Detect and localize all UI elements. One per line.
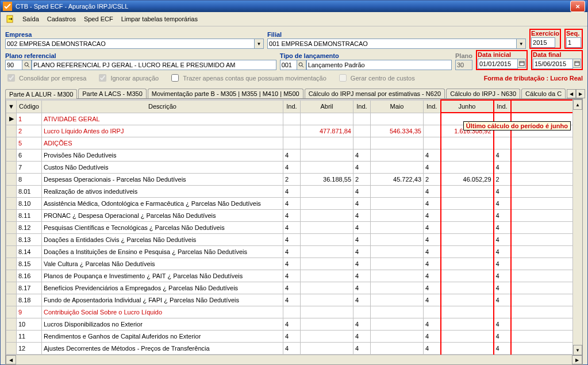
cell-descricao[interactable]: Planos de Poupança e Investimento ¿ PAIT… [42, 270, 283, 282]
checkbox-trazer[interactable]: Trazer apenas contas que possuam movimen… [169, 72, 326, 83]
table-row[interactable]: 8.10Assistência Médica, Odontológica e F… [6, 198, 582, 210]
table-row[interactable]: 10Lucros Disponibilizados no Exterior444… [6, 318, 582, 331]
cell-maio[interactable] [371, 258, 424, 270]
cell-junho[interactable] [441, 294, 494, 306]
cell-ind2[interactable]: 4 [353, 246, 371, 258]
cell-junho[interactable] [441, 149, 494, 162]
cell-descricao[interactable]: Vale Cultura ¿ Parcelas Não Dedutíveis [42, 258, 283, 270]
cell-descricao[interactable]: Assistência Médica, Odontológica e Farma… [42, 198, 283, 210]
cell-ind2[interactable]: 4 [353, 258, 371, 270]
cell-ind3[interactable]: 4 [424, 149, 441, 162]
cell-descricao[interactable]: Benefícios Previdenciários a Empregados … [42, 282, 283, 294]
cell-maio[interactable] [371, 343, 424, 355]
cell-ind4[interactable]: 4 [494, 343, 511, 355]
table-row[interactable]: 8.14Doações a Instituições de Ensino e P… [6, 246, 582, 258]
cell-ind3[interactable]: 4 [424, 318, 441, 331]
cell-junho[interactable] [441, 282, 494, 294]
cell-ind1[interactable]: 4 [283, 222, 301, 234]
cell-codigo[interactable]: 2 [17, 125, 42, 137]
col-descricao[interactable]: Descrição [42, 100, 283, 113]
planoref-desc-input[interactable] [32, 60, 276, 70]
cell-junho[interactable] [441, 234, 494, 246]
cell-ind2[interactable]: 4 [353, 210, 371, 222]
col-rowselector[interactable]: ▼ [6, 100, 17, 113]
cell-ind4[interactable]: 4 [494, 186, 511, 198]
cell-ind1[interactable]: 4 [283, 270, 301, 282]
cell-abril[interactable] [301, 162, 353, 174]
cell-ind1[interactable]: 4 [283, 162, 301, 174]
cell-junho[interactable]: 46.052,29 [441, 174, 494, 186]
cell-ind2[interactable]: 4 [353, 162, 371, 174]
cell-junho[interactable] [441, 318, 494, 331]
cell-junho[interactable] [441, 137, 494, 149]
cell-ind4[interactable]: 4 [494, 198, 511, 210]
cell-junho[interactable] [441, 258, 494, 270]
data-inicial-calendar-button[interactable] [518, 59, 526, 68]
cell-ind2[interactable]: 4 [353, 186, 371, 198]
cell-abril[interactable] [301, 149, 353, 162]
cell-descricao[interactable]: Custos Não Dedutíveis [42, 162, 283, 174]
cell-junho[interactable] [441, 222, 494, 234]
table-row[interactable]: 7Custos Não Dedutíveis4444 [6, 162, 582, 174]
cell-abril[interactable]: 477.871,84 [301, 125, 353, 137]
cell-codigo[interactable]: 12 [17, 343, 42, 355]
cell-codigo[interactable]: 8.14 [17, 246, 42, 258]
cell-ind3[interactable]: 4 [424, 258, 441, 270]
cell-abril[interactable] [301, 331, 353, 343]
scrollbar-horizontal[interactable]: ◀ ▶ [6, 355, 582, 364]
cell-ind3[interactable]: 4 [424, 294, 441, 306]
menu-spedecf[interactable]: Sped ECF [84, 16, 113, 22]
cell-ind3[interactable]: 4 [424, 186, 441, 198]
table-row[interactable]: 5ADIÇÕES [6, 137, 582, 149]
cell-ind4[interactable]: 4 [494, 234, 511, 246]
cell-ind2[interactable]: 4 [353, 331, 371, 343]
table-row[interactable]: 8.15Vale Cultura ¿ Parcelas Não Dedutíve… [6, 258, 582, 270]
cell-ind1[interactable]: 4 [283, 246, 301, 258]
table-row[interactable]: 9Contribuição Social Sobre o Lucro Líqui… [6, 306, 582, 318]
data-final-input[interactable] [533, 59, 573, 69]
cell-ind1[interactable]: 4 [283, 258, 301, 270]
scroll-up-button[interactable]: ▲ [573, 99, 582, 110]
cell-descricao[interactable]: Doações a Entidades Civis ¿ Parcelas Não… [42, 234, 283, 246]
cell-abril[interactable] [301, 246, 353, 258]
cell-codigo[interactable]: 5 [17, 137, 42, 149]
cell-codigo[interactable]: 8 [17, 174, 42, 186]
cell-codigo[interactable]: 7 [17, 162, 42, 174]
tab-calculo-c[interactable]: Cálculo da C [521, 89, 566, 98]
tab-scroll-right[interactable]: ▶ [576, 89, 585, 98]
table-row[interactable]: 8.11PRONAC ¿ Despesa Operacional ¿ Parce… [6, 210, 582, 222]
tipolanc-lookup-button[interactable] [297, 60, 306, 70]
filial-dropdown-button[interactable]: ▼ [517, 39, 526, 49]
tab-lalur-m300[interactable]: Parte A LALUR - M300 [5, 89, 77, 99]
menu-cadastros[interactable]: Cadastros [47, 16, 76, 22]
cell-codigo[interactable]: 8.01 [17, 186, 42, 198]
exit-icon[interactable] [5, 14, 14, 24]
cell-abril[interactable] [301, 294, 353, 306]
tab-calculo-irpj-n630[interactable]: Cálculo do IRPJ - N630 [446, 89, 520, 98]
exercicio-input[interactable] [531, 37, 555, 48]
empresa-input[interactable] [5, 39, 255, 49]
cell-codigo[interactable]: 8.11 [17, 210, 42, 222]
scroll-right-button[interactable]: ▶ [572, 355, 582, 364]
tab-calculo-irpj-n620[interactable]: Cálculo do IRPJ mensal por estimativas -… [305, 89, 445, 98]
cell-ind1[interactable]: 4 [283, 343, 301, 355]
cell-ind4[interactable]: 4 [494, 331, 511, 343]
cell-maio[interactable] [371, 162, 424, 174]
cell-ind1[interactable]: 4 [283, 186, 301, 198]
cell-abril[interactable] [301, 258, 353, 270]
tipolanc-cod-input[interactable] [280, 60, 297, 70]
cell-ind4[interactable]: 4 [494, 246, 511, 258]
cell-descricao[interactable]: PRONAC ¿ Despesa Operacional ¿ Parcelas … [42, 210, 283, 222]
scrollbar-vertical[interactable]: ▲ ▼ [572, 99, 582, 355]
cell-descricao[interactable]: Ajustes Decorrentes de Métodos - Preços … [42, 343, 283, 355]
cell-ind3[interactable] [424, 306, 441, 318]
cell-codigo[interactable]: 8.13 [17, 234, 42, 246]
cell-abril[interactable]: 36.188,55 [301, 174, 353, 186]
cell-ind4[interactable] [494, 306, 511, 318]
col-abril[interactable]: Abril [301, 100, 353, 113]
cell-ind1[interactable]: 4 [283, 331, 301, 343]
cell-ind2[interactable] [353, 125, 371, 137]
cell-codigo[interactable]: 11 [17, 331, 42, 343]
cell-ind1[interactable]: 4 [283, 149, 301, 162]
cell-ind4[interactable]: 4 [494, 149, 511, 162]
